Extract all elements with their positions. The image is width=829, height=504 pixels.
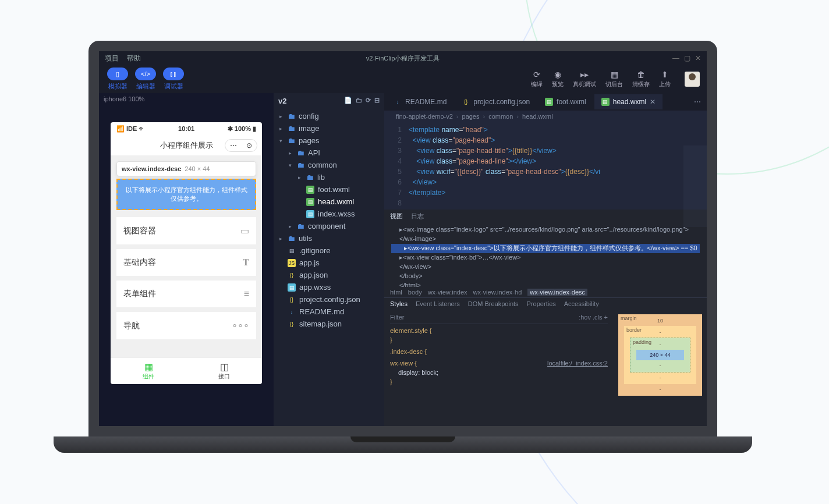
new-file-icon[interactable]: 📄 (344, 97, 352, 105)
folder-node[interactable]: ▸🖿image (274, 122, 384, 134)
breadcrumb[interactable]: fino-applet-demo-v2›pages›common›head.wx… (384, 111, 707, 122)
more-icon[interactable]: ⋯ (225, 140, 242, 151)
list-item[interactable]: 表单组件≡ (116, 281, 256, 307)
file-node[interactable]: ↓README.md (274, 306, 384, 318)
toolbar: ▯ 模拟器 </> 编辑器 ⫿⫿ 调试器 ⟳编译 ◉预览 ▸▸真机调试 ▦切后台… (99, 65, 707, 93)
box-content: 240 × 44 (636, 350, 684, 360)
devtools-tab-elements[interactable]: 视图 (390, 212, 403, 221)
folder-node[interactable]: ▸🖿lib (274, 171, 384, 183)
menu-project[interactable]: 项目 (105, 54, 119, 63)
upload-button[interactable]: ⬆上传 (659, 70, 671, 88)
folder-node[interactable]: ▸🖿component (274, 220, 384, 232)
file-node[interactable]: {}sitemap.json (274, 318, 384, 330)
menubar: 项目 帮助 v2-FinClip小程序开发工具 — ▢ ✕ (99, 51, 707, 65)
clear-cache-button[interactable]: 🗑清缓存 (632, 70, 650, 88)
laptop-frame: 项目 帮助 v2-FinClip小程序开发工具 — ▢ ✕ ▯ 模拟器 </> … (88, 41, 717, 453)
ide-window: 项目 帮助 v2-FinClip小程序开发工具 — ▢ ✕ ▯ 模拟器 </> … (99, 51, 707, 426)
window-title: v2-FinClip小程序开发工具 (366, 54, 440, 63)
device-indicator[interactable]: iphone6 100% (99, 93, 274, 105)
simulator-toggle[interactable]: ▯ (107, 68, 128, 80)
file-node[interactable]: ▤.gitignore (274, 244, 384, 257)
close-tab-icon[interactable]: ✕ (650, 98, 656, 106)
editor-tab[interactable]: {}project.config.json (455, 94, 537, 109)
folder-node[interactable]: ▾🖿common (274, 159, 384, 171)
list-item[interactable]: 视图容器▭ (116, 217, 256, 244)
file-explorer: v2 📄 🗀 ⟳ ⊟ ▸🖿config▸🖿image▾🖿pages▸🖿API▾🖿… (274, 93, 384, 426)
code-editor[interactable]: 1<template name="head">2 <view class="pa… (384, 122, 707, 210)
inspector-tooltip: wx-view.index-desc240 × 44 (116, 161, 256, 176)
subtab[interactable]: Properties (527, 300, 556, 307)
file-node[interactable]: {}app.json (274, 269, 384, 281)
editor-tab[interactable]: ▤head.wxml✕ (594, 94, 663, 109)
background-button[interactable]: ▦切后台 (605, 70, 623, 88)
dom-tree[interactable]: ▸<wx-image class="index-logo" src="../re… (384, 223, 707, 287)
compile-button[interactable]: ⟳编译 (531, 70, 543, 88)
page-title: 小程序组件展示 (160, 140, 213, 151)
list-item[interactable]: 基础内容𝐓 (116, 249, 256, 276)
debugger-toggle[interactable]: ⫿⫿ (163, 68, 184, 80)
editor-tab[interactable]: ▤foot.wxml (538, 94, 593, 109)
close-circle-icon[interactable]: ⊙ (242, 140, 257, 151)
tab-api[interactable]: ◫接口 (186, 358, 262, 384)
editor-panel: ↓README.md{}project.config.json▤foot.wxm… (384, 93, 707, 426)
tab-component[interactable]: ▦组件 (111, 358, 186, 384)
explorer-root[interactable]: v2 (278, 97, 286, 105)
battery-icon: ✱ 100% ▮ (228, 125, 256, 133)
folder-node[interactable]: ▾🖿pages (274, 134, 384, 147)
avatar[interactable] (685, 72, 700, 87)
signal-icon: 📶 IDE ᯤ (116, 125, 145, 133)
folder-node[interactable]: ▸🖿config (274, 110, 384, 122)
tab-overflow-icon[interactable]: ⋯ (688, 98, 707, 106)
styles-subtabs: StylesEvent ListenersDOM BreakpointsProp… (384, 297, 707, 310)
editor-tabs: ↓README.md{}project.config.json▤foot.wxm… (384, 93, 707, 111)
selected-element-overlay[interactable]: 以下将展示小程序官方组件能力，组件样式仅供参考。 (116, 179, 256, 210)
right-tools: ⟳编译 ◉预览 ▸▸真机调试 ▦切后台 🗑清缓存 ⬆上传 (531, 70, 700, 88)
folder-node[interactable]: ▸🖿utils (274, 232, 384, 244)
file-node[interactable]: ▤app.wxss (274, 281, 384, 293)
phone-preview: 📶 IDE ᯤ 10:01 ✱ 100% ▮ 小程序组件展示 ⋯⊙ wx-vie… (111, 122, 262, 384)
devtools: 视图 日志 ▸<wx-image class="index-logo" src=… (384, 210, 707, 426)
close-icon[interactable]: ✕ (695, 54, 701, 62)
box-model: margin10 border- padding- 240 × 44 - - - (614, 310, 707, 426)
list-item[interactable]: 导航∘∘∘ (116, 312, 256, 339)
folder-node[interactable]: ▸🖿API (274, 147, 384, 159)
file-node[interactable]: JSapp.js (274, 257, 384, 269)
subtab[interactable]: Accessibility (564, 300, 599, 307)
menu-help[interactable]: 帮助 (127, 54, 141, 63)
simulator-panel: iphone6 100% 📶 IDE ᯤ 10:01 ✱ 100% ▮ 小程序组… (99, 93, 274, 426)
minimap[interactable] (683, 145, 707, 227)
collapse-icon[interactable]: ⊟ (374, 97, 380, 105)
editor-tab[interactable]: ↓README.md (387, 94, 454, 109)
remote-debug-button[interactable]: ▸▸真机调试 (573, 70, 596, 88)
maximize-icon[interactable]: ▢ (684, 54, 690, 62)
styles-filter-tools[interactable]: :hov .cls + (579, 313, 608, 322)
styles-filter-input[interactable]: Filter (390, 313, 404, 322)
simulator-label: 模拟器 (106, 82, 129, 91)
new-folder-icon[interactable]: 🗀 (356, 97, 362, 105)
file-node[interactable]: {}project.config.json (274, 293, 384, 306)
dom-breadcrumb[interactable]: htmlbodywx-view.indexwx-view.index-hdwx-… (384, 287, 707, 297)
minimize-icon[interactable]: — (672, 54, 679, 62)
subtab[interactable]: Styles (390, 300, 408, 307)
phone-statusbar: 📶 IDE ᯤ 10:01 ✱ 100% ▮ (111, 122, 262, 136)
file-node[interactable]: ▤head.wxml (274, 196, 384, 208)
subtab[interactable]: DOM Breakpoints (468, 300, 519, 307)
devtools-tab-console[interactable]: 日志 (411, 212, 424, 221)
editor-label: 编辑器 (134, 82, 157, 91)
capsule-buttons[interactable]: ⋯⊙ (225, 139, 257, 152)
phone-tabbar: ▦组件 ◫接口 (111, 357, 262, 384)
file-node[interactable]: ▤index.wxss (274, 208, 384, 220)
preview-button[interactable]: ◉预览 (552, 70, 564, 88)
file-node[interactable]: ▤foot.wxml (274, 183, 384, 196)
editor-toggle[interactable]: </> (135, 68, 156, 80)
styles-pane[interactable]: Filter :hov .cls + element.style {}.inde… (384, 310, 614, 426)
clock: 10:01 (178, 125, 194, 133)
subtab[interactable]: Event Listeners (416, 300, 460, 307)
refresh-icon[interactable]: ⟳ (366, 97, 371, 105)
debugger-label: 调试器 (162, 82, 185, 91)
camera-dot (401, 44, 405, 48)
